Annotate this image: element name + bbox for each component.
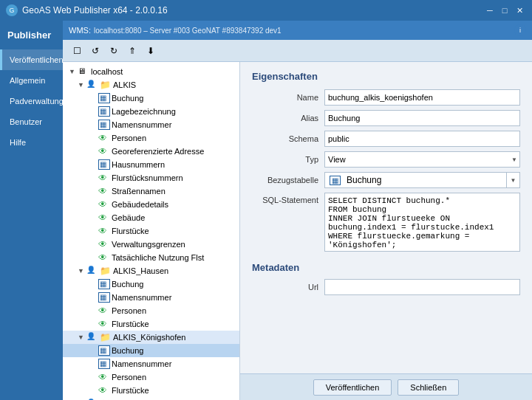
wms-url: localhost:8080 – Server #003 GeoNAT #893… <box>94 27 282 35</box>
bezugstabelle-content[interactable]: ▦ Buchung ▼ <box>324 172 520 188</box>
name-input[interactable] <box>324 89 520 106</box>
info-icon: i <box>514 24 526 36</box>
tree-label-hausnummern: Hausnummern <box>112 160 165 169</box>
name-label: Name <box>252 93 318 102</box>
folder-icon-koenigshofen: 📁 <box>100 332 112 342</box>
new-button[interactable]: ☐ <box>69 43 85 59</box>
tree-node-flurstuecksnummern[interactable]: 👁 Flurstücksnummern <box>63 171 239 185</box>
tree-label-hausen-flurstuecke: Flurstücke <box>112 320 149 328</box>
root-icon: 🖥 <box>78 66 89 77</box>
url-input[interactable] <box>324 279 520 295</box>
table-icon-lagebezeichnung: ▦ <box>98 106 110 117</box>
tree-label-flurstuecke1: Flurstücke <box>112 227 149 235</box>
table-icon-hausnummern: ▦ <box>98 159 110 170</box>
tree-node-koenigshofen-personen[interactable]: 👁 Personen <box>63 370 239 384</box>
tree-node-root[interactable]: ▼ 🖥 localhost <box>63 65 239 78</box>
tree-node-koenigshofen-flurstuecke[interactable]: 👁 Flurstücke <box>63 384 239 397</box>
tree-node-georef[interactable]: 👁 Georeferenzierte Adresse <box>63 145 239 158</box>
app-icon: G <box>6 4 18 16</box>
sidebar-item-padverwaltung[interactable]: Padverwaltung <box>0 91 63 111</box>
refresh-button[interactable]: ↺ <box>87 43 103 59</box>
url-label: Url <box>252 283 318 292</box>
tree-node-buchung1[interactable]: ▦ Buchung <box>63 92 239 105</box>
tree-node-lagebezeichnung[interactable]: ▦ Lagebezeichnung <box>63 105 239 118</box>
download-button[interactable]: ⬇ <box>143 43 159 59</box>
group-icon-koenigshofen: 👤 <box>86 332 98 342</box>
tree-label-root: localhost <box>91 67 123 76</box>
tree-label-gebaeude: Gebäude <box>112 213 145 222</box>
bezugstabelle-table-icon: ▦ <box>330 176 341 185</box>
tree-arrow-buchung1 <box>89 94 98 102</box>
tree-label-hausen-buchung: Buchung <box>112 280 143 289</box>
minimize-button[interactable]: ─ <box>483 4 497 17</box>
tree-node-hausen-personen[interactable]: 👁 Personen <box>63 304 239 317</box>
group-icon-alkis: 👤 <box>86 80 98 90</box>
sidebar-header: Publisher <box>0 24 63 49</box>
upload-button[interactable]: ⇑ <box>124 43 140 59</box>
view-icon-verwaltungsgrenzen: 👁 <box>98 239 110 249</box>
content-area: WMS: localhost:8080 – Server #003 GeoNAT… <box>63 21 532 400</box>
view-icon-tatsaechliche: 👁 <box>98 252 110 263</box>
tree-label-flurstuecksnummern: Flurstücksnummern <box>112 173 183 182</box>
sidebar-item-allgemein[interactable]: Allgemein <box>0 70 63 91</box>
tree-node-flurstuecke1[interactable]: 👁 Flurstücke <box>63 224 239 238</box>
table-icon-koenigshofen-namensnummer: ▦ <box>98 359 110 369</box>
tree-node-koenigshofen-namensnummer[interactable]: ▦ Namensnummer <box>63 357 239 370</box>
props-row-url: Url <box>252 279 520 295</box>
tree-node-hausen-flurstuecke[interactable]: 👁 Flurstücke <box>63 317 239 331</box>
maximize-button[interactable]: □ <box>498 4 511 17</box>
tree-label-lagebezeichnung: Lagebezeichnung <box>112 107 176 116</box>
schema-label: Schema <box>252 134 318 143</box>
tree-node-hausen-namensnummer[interactable]: ▦ Namensnummer <box>63 291 239 304</box>
tree-label-koenigshofen-flurstuecke: Flurstücke <box>112 386 149 395</box>
view-icon-strassennamen: 👁 <box>98 186 110 196</box>
tree-label-tatsaechliche: Tatsächliche Nutzung Flst <box>112 253 204 262</box>
tree-node-alkis[interactable]: ▼ 👤 📁 ALKIS <box>63 78 239 92</box>
props-row-schema: Schema <box>252 131 520 147</box>
sidebar-item-hilfe[interactable]: Hilfe <box>0 132 63 153</box>
tree-node-strassennamen[interactable]: 👁 Straßennamen <box>63 185 239 198</box>
tree-node-gebaeude[interactable]: 👁 Gebäude <box>63 211 239 224</box>
sidebar-item-veroeffentlichen[interactable]: Veröffentlichen <box>0 49 63 70</box>
tree-node-hausnummern[interactable]: ▦ Hausnummern <box>63 158 239 171</box>
tree-panel: ▼ 🖥 localhost ▼ 👤 📁 ALKIS ▦ B <box>63 62 240 400</box>
tree-node-personen1[interactable]: 👁 Personen <box>63 131 239 145</box>
sql-textarea[interactable]: SELECT DISTINCT buchung.* FROM buchung I… <box>324 193 520 252</box>
typ-label: Typ <box>252 155 318 164</box>
schema-input[interactable] <box>324 131 520 147</box>
table-icon-hausen-buchung: ▦ <box>98 279 110 289</box>
alias-input[interactable] <box>324 110 520 126</box>
tree-node-alkis-koenigshofen[interactable]: ▼ 👤 📁 ALKIS_Königshofen <box>63 331 239 344</box>
tree-label-gebaeudedetails: Gebäudedetails <box>112 200 168 209</box>
props-row-sql: SQL-Statement SELECT DISTINCT buchung.* … <box>252 193 520 252</box>
tree-node-hausen-buchung[interactable]: ▦ Buchung <box>63 277 239 291</box>
tree-label-buchung1: Buchung <box>112 94 143 103</box>
typ-select[interactable]: View Table <box>324 151 520 168</box>
metadata-title: Metadaten <box>252 262 520 273</box>
group-icon-hausen: 👤 <box>86 266 98 276</box>
view-icon-flurstuecksnummern: 👁 <box>98 173 110 183</box>
tree-label-koenigshofen: ALKIS_Königshofen <box>113 333 185 342</box>
tree-node-koenigshofen-buchung[interactable]: ▦ Buchung <box>63 344 239 357</box>
view-icon-gebaeudedetails: 👁 <box>98 199 110 210</box>
tree-node-verwaltungsgrenzen[interactable]: 👁 Verwaltungsgrenzen <box>63 238 239 251</box>
view-icon-personen1: 👁 <box>98 133 110 143</box>
tree-node-tatsaechliche[interactable]: 👁 Tatsächliche Nutzung Flst <box>63 251 239 264</box>
tree-node-gebaeudedetails[interactable]: 👁 Gebäudedetails <box>63 198 239 211</box>
sidebar-item-benutzer[interactable]: Benutzer <box>0 111 63 132</box>
tree-label-hausen: ALKIS_Hausen <box>113 266 168 275</box>
tree-node-namensnummer1[interactable]: ▦ Namensnummer <box>63 118 239 131</box>
sync-button[interactable]: ↻ <box>106 43 122 59</box>
publish-button[interactable]: Veröffentlichen <box>313 379 392 396</box>
close-button[interactable]: ✕ <box>513 4 526 17</box>
tree-label-koenigshofen-namensnummer: Namensnummer <box>112 359 171 368</box>
view-icon-hausen-flurstuecke: 👁 <box>98 319 110 329</box>
tree-node-alkis-hausen[interactable]: ▼ 👤 📁 ALKIS_Hausen <box>63 264 239 277</box>
sql-label: SQL-Statement <box>252 196 318 204</box>
info-btn[interactable]: i <box>514 24 526 36</box>
tree-node-alkis-waldborn[interactable]: ▼ 👤 📁 ALKIS_Waldborn <box>63 397 239 400</box>
bezugstabelle-dropdown-arrow[interactable]: ▼ <box>506 173 519 187</box>
close-button-main[interactable]: Schließen <box>398 379 459 396</box>
tree-label-koenigshofen-personen: Personen <box>112 373 146 382</box>
properties-panel: Eigenschaften Name Alias <box>240 62 532 373</box>
